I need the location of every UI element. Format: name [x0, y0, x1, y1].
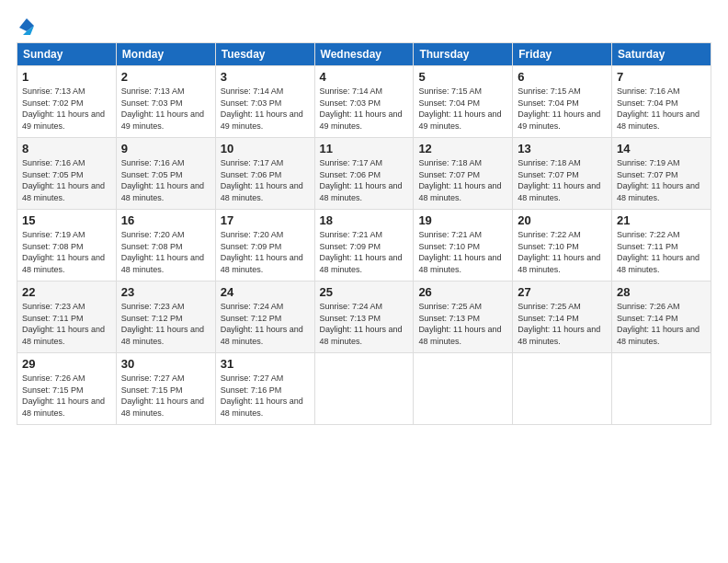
day-number: 4	[320, 70, 409, 84]
logo-bird-icon	[17, 18, 34, 37]
day-number: 12	[418, 142, 507, 155]
day-number: 7	[617, 70, 706, 84]
day-number: 15	[22, 213, 111, 227]
day-number: 31	[221, 357, 310, 371]
day-info: Sunrise: 7:17 AMSunset: 7:06 PMDaylight:…	[320, 157, 409, 203]
calendar-cell: 29 Sunrise: 7:26 AMSunset: 7:15 PMDaylig…	[17, 353, 117, 425]
day-info: Sunrise: 7:25 AMSunset: 7:14 PMDaylight:…	[518, 301, 607, 347]
calendar-cell	[414, 353, 513, 425]
day-info: Sunrise: 7:13 AMSunset: 7:03 PMDaylight:…	[121, 86, 210, 132]
day-info: Sunrise: 7:13 AMSunset: 7:02 PMDaylight:…	[22, 86, 111, 132]
calendar-cell: 5 Sunrise: 7:15 AMSunset: 7:04 PMDayligh…	[414, 66, 513, 138]
column-header-thursday: Thursday	[414, 43, 513, 66]
calendar-cell: 6 Sunrise: 7:15 AMSunset: 7:04 PMDayligh…	[513, 66, 612, 138]
day-info: Sunrise: 7:18 AMSunset: 7:07 PMDaylight:…	[518, 157, 607, 203]
day-number: 29	[22, 357, 111, 371]
calendar-cell: 30 Sunrise: 7:27 AMSunset: 7:15 PMDaylig…	[116, 353, 215, 425]
calendar-cell: 18 Sunrise: 7:21 AMSunset: 7:09 PMDaylig…	[314, 210, 414, 282]
day-number: 3	[221, 70, 310, 84]
calendar-cell	[612, 353, 711, 425]
column-header-sunday: Sunday	[17, 43, 117, 66]
calendar-cell: 21 Sunrise: 7:22 AMSunset: 7:11 PMDaylig…	[612, 210, 711, 282]
day-info: Sunrise: 7:19 AMSunset: 7:08 PMDaylight:…	[22, 229, 111, 275]
calendar-cell: 23 Sunrise: 7:23 AMSunset: 7:12 PMDaylig…	[116, 282, 215, 353]
day-info: Sunrise: 7:16 AMSunset: 7:04 PMDaylight:…	[617, 86, 706, 132]
calendar-cell	[314, 353, 414, 425]
day-info: Sunrise: 7:27 AMSunset: 7:16 PMDaylight:…	[221, 373, 310, 419]
calendar-cell: 15 Sunrise: 7:19 AMSunset: 7:08 PMDaylig…	[17, 210, 117, 282]
calendar-cell: 8 Sunrise: 7:16 AMSunset: 7:05 PMDayligh…	[17, 138, 117, 210]
day-info: Sunrise: 7:26 AMSunset: 7:15 PMDaylight:…	[22, 373, 111, 419]
day-number: 22	[22, 285, 111, 299]
calendar-cell: 16 Sunrise: 7:20 AMSunset: 7:08 PMDaylig…	[116, 210, 215, 282]
day-info: Sunrise: 7:14 AMSunset: 7:03 PMDaylight:…	[320, 86, 409, 132]
day-info: Sunrise: 7:16 AMSunset: 7:05 PMDaylight:…	[121, 157, 210, 203]
day-number: 10	[221, 142, 310, 155]
day-number: 1	[22, 70, 111, 84]
day-number: 26	[418, 285, 507, 299]
day-number: 23	[121, 285, 210, 299]
day-number: 20	[518, 213, 607, 227]
day-info: Sunrise: 7:21 AMSunset: 7:09 PMDaylight:…	[320, 229, 409, 275]
calendar-cell: 1 Sunrise: 7:13 AMSunset: 7:02 PMDayligh…	[17, 66, 117, 138]
day-info: Sunrise: 7:27 AMSunset: 7:15 PMDaylight:…	[121, 373, 210, 419]
day-number: 25	[320, 285, 409, 299]
day-info: Sunrise: 7:23 AMSunset: 7:12 PMDaylight:…	[121, 301, 210, 347]
calendar-cell: 27 Sunrise: 7:25 AMSunset: 7:14 PMDaylig…	[513, 282, 612, 353]
calendar: SundayMondayTuesdayWednesdayThursdayFrid…	[17, 42, 711, 425]
calendar-cell: 24 Sunrise: 7:24 AMSunset: 7:12 PMDaylig…	[215, 282, 314, 353]
day-info: Sunrise: 7:25 AMSunset: 7:13 PMDaylight:…	[418, 301, 507, 347]
day-info: Sunrise: 7:22 AMSunset: 7:11 PMDaylight:…	[617, 229, 706, 275]
day-info: Sunrise: 7:24 AMSunset: 7:13 PMDaylight:…	[320, 301, 409, 347]
calendar-cell: 7 Sunrise: 7:16 AMSunset: 7:04 PMDayligh…	[612, 66, 711, 138]
column-header-tuesday: Tuesday	[215, 43, 314, 66]
calendar-cell: 13 Sunrise: 7:18 AMSunset: 7:07 PMDaylig…	[513, 138, 612, 210]
column-header-friday: Friday	[513, 43, 612, 66]
day-number: 24	[221, 285, 310, 299]
logo	[17, 18, 34, 37]
day-info: Sunrise: 7:16 AMSunset: 7:05 PMDaylight:…	[22, 157, 111, 203]
day-info: Sunrise: 7:18 AMSunset: 7:07 PMDaylight:…	[418, 157, 507, 203]
calendar-cell: 28 Sunrise: 7:26 AMSunset: 7:14 PMDaylig…	[612, 282, 711, 353]
day-info: Sunrise: 7:20 AMSunset: 7:09 PMDaylight:…	[221, 229, 310, 275]
day-info: Sunrise: 7:20 AMSunset: 7:08 PMDaylight:…	[121, 229, 210, 275]
day-info: Sunrise: 7:19 AMSunset: 7:07 PMDaylight:…	[617, 157, 706, 203]
calendar-cell: 14 Sunrise: 7:19 AMSunset: 7:07 PMDaylig…	[612, 138, 711, 210]
day-number: 27	[518, 285, 607, 299]
day-info: Sunrise: 7:24 AMSunset: 7:12 PMDaylight:…	[221, 301, 310, 347]
day-info: Sunrise: 7:21 AMSunset: 7:10 PMDaylight:…	[418, 229, 507, 275]
calendar-cell: 11 Sunrise: 7:17 AMSunset: 7:06 PMDaylig…	[314, 138, 414, 210]
day-info: Sunrise: 7:15 AMSunset: 7:04 PMDaylight:…	[418, 86, 507, 132]
calendar-cell: 19 Sunrise: 7:21 AMSunset: 7:10 PMDaylig…	[414, 210, 513, 282]
week-row-2: 8 Sunrise: 7:16 AMSunset: 7:05 PMDayligh…	[17, 138, 711, 210]
page: SundayMondayTuesdayWednesdayThursdayFrid…	[0, 0, 728, 563]
column-header-wednesday: Wednesday	[314, 43, 414, 66]
calendar-cell: 4 Sunrise: 7:14 AMSunset: 7:03 PMDayligh…	[314, 66, 414, 138]
calendar-cell: 3 Sunrise: 7:14 AMSunset: 7:03 PMDayligh…	[215, 66, 314, 138]
day-number: 5	[418, 70, 507, 84]
calendar-cell: 25 Sunrise: 7:24 AMSunset: 7:13 PMDaylig…	[314, 282, 414, 353]
week-row-5: 29 Sunrise: 7:26 AMSunset: 7:15 PMDaylig…	[17, 353, 711, 425]
day-number: 14	[617, 142, 706, 155]
calendar-cell	[513, 353, 612, 425]
column-header-monday: Monday	[116, 43, 215, 66]
calendar-cell: 20 Sunrise: 7:22 AMSunset: 7:10 PMDaylig…	[513, 210, 612, 282]
day-number: 2	[121, 70, 210, 84]
day-number: 30	[121, 357, 210, 371]
day-number: 17	[221, 213, 310, 227]
column-header-saturday: Saturday	[612, 43, 711, 66]
calendar-cell: 12 Sunrise: 7:18 AMSunset: 7:07 PMDaylig…	[414, 138, 513, 210]
calendar-cell: 26 Sunrise: 7:25 AMSunset: 7:13 PMDaylig…	[414, 282, 513, 353]
day-info: Sunrise: 7:23 AMSunset: 7:11 PMDaylight:…	[22, 301, 111, 347]
header	[17, 15, 711, 37]
calendar-cell: 2 Sunrise: 7:13 AMSunset: 7:03 PMDayligh…	[116, 66, 215, 138]
week-row-4: 22 Sunrise: 7:23 AMSunset: 7:11 PMDaylig…	[17, 282, 711, 353]
day-number: 13	[518, 142, 607, 155]
calendar-cell: 17 Sunrise: 7:20 AMSunset: 7:09 PMDaylig…	[215, 210, 314, 282]
day-number: 8	[22, 142, 111, 155]
week-row-3: 15 Sunrise: 7:19 AMSunset: 7:08 PMDaylig…	[17, 210, 711, 282]
calendar-cell: 10 Sunrise: 7:17 AMSunset: 7:06 PMDaylig…	[215, 138, 314, 210]
day-number: 16	[121, 213, 210, 227]
day-number: 28	[617, 285, 706, 299]
calendar-cell: 9 Sunrise: 7:16 AMSunset: 7:05 PMDayligh…	[116, 138, 215, 210]
